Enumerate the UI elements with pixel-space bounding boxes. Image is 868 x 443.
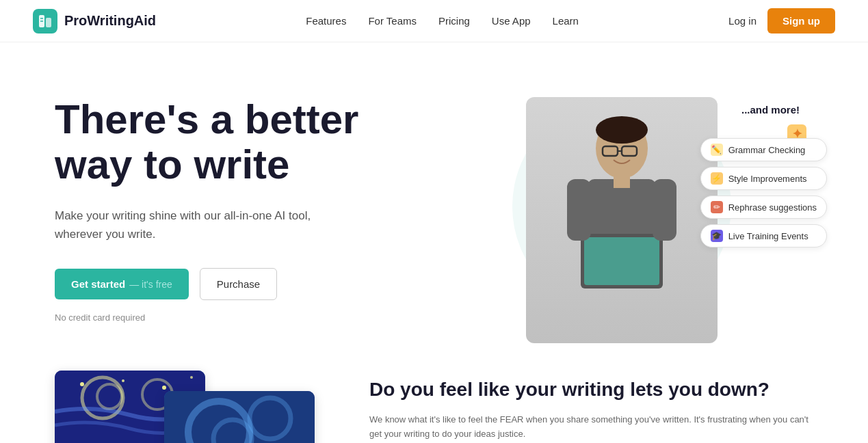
hero-section: There's a better way to write Make your … bbox=[0, 42, 868, 371]
grammar-icon: ✏️ bbox=[711, 144, 723, 156]
person-silhouette bbox=[526, 97, 718, 343]
section2-text: We know what it's like to feel the FEAR … bbox=[369, 413, 813, 442]
section2-illustrations: My idea in my head bbox=[55, 371, 315, 443]
chip-training-label: Live Training Events bbox=[728, 231, 808, 241]
feature-chips: ✏️ Grammar Checking ⚡ Style Improvements… bbox=[700, 138, 827, 247]
hero-subtitle: Make your writing shine with our all-in-… bbox=[55, 206, 315, 243]
chip-grammar-label: Grammar Checking bbox=[728, 145, 806, 155]
hero-buttons: Get started — it's free Purchase bbox=[55, 268, 358, 300]
training-icon: 🎓 bbox=[711, 230, 723, 242]
brand-name: ProWritingAid bbox=[64, 13, 156, 29]
svg-point-5 bbox=[596, 116, 648, 144]
svg-rect-14 bbox=[653, 179, 676, 241]
login-button[interactable]: Log in bbox=[728, 15, 757, 27]
svg-rect-12 bbox=[614, 176, 630, 188]
brand-logo-link[interactable]: ProWritingAid bbox=[33, 9, 156, 33]
rephrase-icon: ✏ bbox=[711, 201, 723, 213]
svg-point-23 bbox=[162, 386, 166, 390]
svg-rect-11 bbox=[584, 237, 659, 285]
navbar-actions: Log in Sign up bbox=[728, 8, 835, 33]
hero-illustration: ...and more! ✦ ✏️ Grammar Checking ⚡ Sty… bbox=[471, 83, 813, 343]
nav-features[interactable]: Features bbox=[306, 15, 346, 27]
navbar: ProWritingAid Features For Teams Pricing… bbox=[0, 0, 868, 42]
painting-card-blue: My idea in my head bbox=[164, 391, 315, 443]
chip-style: ⚡ Style Improvements bbox=[700, 167, 827, 190]
chip-style-label: Style Improvements bbox=[728, 174, 807, 184]
get-started-button[interactable]: Get started — it's free bbox=[55, 269, 189, 299]
get-started-label: Get started bbox=[71, 278, 125, 290]
no-credit-text: No credit card required bbox=[55, 312, 358, 323]
svg-rect-1 bbox=[46, 18, 51, 27]
hero-right: ...and more! ✦ ✏️ Grammar Checking ⚡ Sty… bbox=[471, 83, 813, 343]
signup-button[interactable]: Sign up bbox=[767, 8, 835, 33]
chip-rephrase-label: Rephrase suggestions bbox=[728, 202, 817, 213]
section2-title: Do you feel like your writing lets you d… bbox=[369, 377, 813, 402]
svg-point-21 bbox=[80, 382, 84, 386]
svg-point-22 bbox=[122, 379, 124, 382]
brand-logo-icon bbox=[33, 9, 57, 33]
section2: My idea in my head Do you feel like your… bbox=[0, 371, 868, 443]
nav-links: Features For Teams Pricing Use App Learn bbox=[306, 15, 579, 27]
and-more-text: ...and more! bbox=[741, 104, 800, 116]
nav-use-app[interactable]: Use App bbox=[492, 15, 531, 27]
blue-painting: My idea in my head bbox=[164, 391, 315, 443]
nav-learn[interactable]: Learn bbox=[553, 15, 579, 27]
nav-pricing[interactable]: Pricing bbox=[438, 15, 470, 27]
hero-left: There's a better way to write Make your … bbox=[55, 83, 358, 323]
hero-title: There's a better way to write bbox=[55, 97, 358, 187]
purchase-button[interactable]: Purchase bbox=[200, 268, 277, 300]
free-tag: — it's free bbox=[129, 279, 172, 290]
hero-person-illustration bbox=[526, 97, 718, 343]
svg-point-24 bbox=[190, 376, 193, 379]
section2-right: Do you feel like your writing lets you d… bbox=[369, 371, 813, 442]
style-icon: ⚡ bbox=[711, 172, 723, 185]
svg-rect-13 bbox=[567, 179, 591, 241]
chip-rephrase: ✏ Rephrase suggestions bbox=[700, 196, 827, 219]
nav-for-teams[interactable]: For Teams bbox=[368, 15, 417, 27]
chip-grammar: ✏️ Grammar Checking bbox=[700, 138, 827, 161]
chip-training: 🎓 Live Training Events bbox=[700, 224, 827, 247]
